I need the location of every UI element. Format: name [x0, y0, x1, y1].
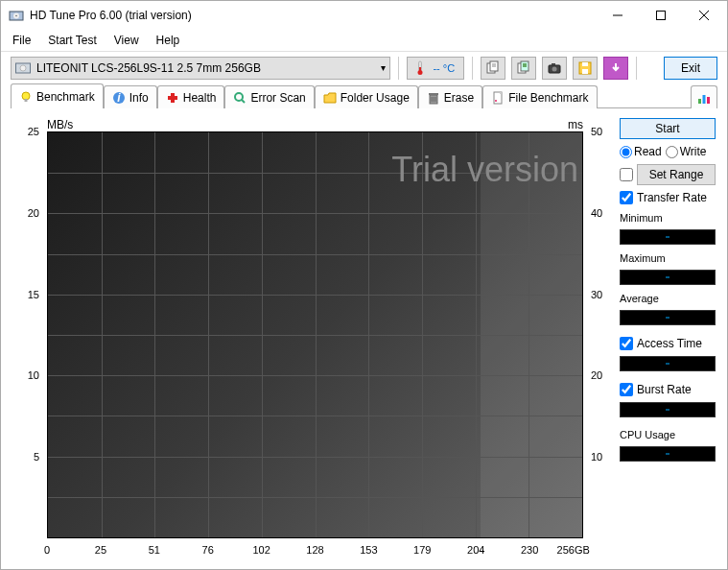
menu-view[interactable]: View [106, 32, 147, 49]
y-axis-left: 25 20 15 10 5 [12, 131, 43, 538]
file-icon [491, 91, 505, 105]
tab-error-scan[interactable]: Error Scan [224, 85, 314, 108]
svg-rect-39 [500, 92, 502, 94]
svg-point-25 [22, 92, 30, 100]
svg-point-40 [495, 100, 497, 102]
window-title: HD Tune Pro 6.00 (trial version) [30, 9, 596, 22]
mode-radios: Read Write [620, 145, 716, 158]
average-label: Average [620, 293, 716, 304]
separator [398, 57, 399, 80]
tab-benchmark[interactable]: Benchmark [11, 83, 104, 108]
set-range-button[interactable]: Set Range [637, 164, 716, 185]
svg-point-2 [15, 15, 17, 17]
start-button[interactable]: Start [620, 118, 716, 139]
svg-rect-26 [25, 99, 28, 102]
menu-start-test[interactable]: Start Test [40, 32, 104, 49]
svg-line-32 [242, 100, 245, 103]
svg-rect-24 [582, 69, 588, 74]
svg-rect-11 [419, 67, 421, 72]
burst-rate-checkbox[interactable] [620, 383, 633, 396]
save-button[interactable] [573, 57, 598, 80]
minimum-label: Minimum [620, 212, 716, 224]
svg-rect-43 [707, 97, 710, 104]
svg-rect-23 [582, 62, 588, 66]
tab-erase[interactable]: Erase [418, 85, 482, 108]
tabbar: Benchmark i Info Health Error Scan Folde… [1, 83, 727, 108]
svg-rect-41 [698, 99, 701, 104]
tab-file-benchmark[interactable]: File Benchmark [482, 85, 597, 108]
chart-area: MB/s ms 25 20 15 10 5 50 40 30 20 10 Tri… [12, 118, 612, 559]
chevron-down-icon: ▾ [381, 62, 386, 73]
app-icon [9, 8, 24, 23]
close-button[interactable] [682, 2, 725, 29]
menubar: File Start Test View Help [1, 30, 727, 51]
menu-file[interactable]: File [5, 32, 38, 49]
copy-text-button[interactable] [481, 57, 505, 80]
tab-monitor[interactable] [691, 85, 717, 108]
copy-image-button[interactable] [511, 57, 536, 80]
separator [636, 57, 637, 80]
tab-label: Folder Usage [341, 91, 410, 105]
folder-icon [323, 91, 337, 105]
maximum-label: Maximum [620, 252, 716, 264]
tab-folder-usage[interactable]: Folder Usage [315, 85, 418, 108]
separator [472, 57, 473, 80]
tab-label: Erase [444, 91, 474, 105]
minimize-button[interactable] [596, 2, 639, 29]
maximize-button[interactable] [639, 2, 682, 29]
maximum-value [620, 270, 716, 285]
titlebar: HD Tune Pro 6.00 (trial version) [1, 1, 727, 30]
svg-rect-30 [168, 96, 177, 100]
svg-rect-21 [552, 63, 555, 65]
range-checkbox[interactable] [620, 168, 633, 181]
tab-info[interactable]: i Info [104, 85, 157, 108]
watermark: Trial version [391, 150, 578, 190]
tab-label: Info [129, 91, 149, 105]
exit-button[interactable]: Exit [664, 57, 717, 80]
tab-label: Error Scan [250, 91, 305, 105]
tab-label: Benchmark [36, 90, 95, 104]
cpu-usage-value [620, 446, 716, 462]
chart-plot: Trial version [47, 131, 583, 538]
temperature-button[interactable]: -- °C [407, 57, 464, 80]
transfer-rate-checkbox[interactable] [620, 191, 633, 204]
cpu-usage-label: CPU Usage [620, 429, 716, 440]
svg-rect-4 [656, 12, 665, 20]
screenshot-button[interactable] [542, 57, 567, 80]
average-value [620, 310, 716, 325]
svg-point-20 [552, 66, 557, 71]
x-axis: 0 25 51 76 102 128 153 179 204 230 256GB [47, 542, 583, 559]
minimum-value [620, 229, 716, 245]
access-time-checkbox[interactable] [620, 337, 633, 350]
read-radio[interactable]: Read [620, 145, 662, 158]
drive-select[interactable]: LITEONIT LCS-256L9S-11 2.5 7mm 256GB ▾ [11, 57, 390, 80]
refresh-button[interactable] [603, 57, 628, 80]
side-panel: Start Read Write Set Range Transfer Rate… [620, 118, 716, 559]
search-icon [233, 91, 247, 105]
tab-label: Health [183, 91, 217, 105]
menu-help[interactable]: Help [149, 32, 188, 49]
burst-rate-value [620, 402, 716, 417]
chart-icon [697, 91, 711, 105]
y-left-unit: MB/s [47, 118, 73, 131]
trash-icon [427, 91, 440, 105]
drive-icon [15, 62, 31, 74]
tab-health[interactable]: Health [157, 85, 225, 108]
y-right-unit: ms [568, 118, 583, 131]
burst-rate-label: Burst Rate [637, 383, 692, 396]
content: MB/s ms 25 20 15 10 5 50 40 30 20 10 Tri… [1, 108, 727, 569]
drive-name: LITEONIT LCS-256L9S-11 2.5 7mm 256GB [36, 61, 381, 75]
svg-rect-18 [523, 63, 527, 67]
bulb-icon [19, 90, 33, 104]
toolbar: LITEONIT LCS-256L9S-11 2.5 7mm 256GB ▾ -… [1, 51, 727, 83]
info-icon: i [112, 91, 126, 105]
svg-point-31 [235, 93, 243, 101]
y-axis-right: 50 40 30 20 10 [587, 131, 612, 538]
write-radio[interactable]: Write [666, 145, 707, 158]
transfer-rate-label: Transfer Rate [637, 191, 707, 204]
svg-rect-34 [429, 93, 438, 95]
temperature-value: -- °C [433, 62, 455, 74]
thermometer-icon [416, 60, 424, 76]
svg-rect-42 [703, 95, 706, 104]
access-time-label: Access Time [637, 337, 702, 350]
